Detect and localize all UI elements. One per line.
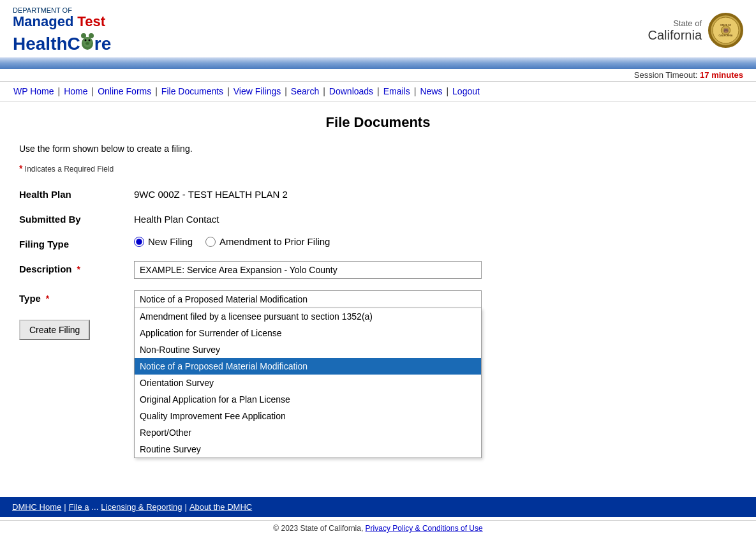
blue-bar xyxy=(0,57,756,69)
svg-point-5 xyxy=(88,40,90,41)
new-filing-radio[interactable] xyxy=(134,237,144,247)
create-filing-button[interactable]: Create Filing xyxy=(19,320,90,340)
description-req-star: * xyxy=(75,264,80,274)
dropdown-item-3[interactable]: Notice of a Proposed Material Modificati… xyxy=(135,358,481,375)
footer-about[interactable]: About the DMHC xyxy=(187,502,255,512)
logo-health: Health xyxy=(13,34,68,54)
submitted-by-row: Submitted By Health Plan Contact xyxy=(19,211,737,225)
new-filing-option[interactable]: New Filing xyxy=(134,236,193,247)
nav-downloads[interactable]: Downloads xyxy=(325,85,377,98)
dropdown-item-4[interactable]: Orientation Survey xyxy=(135,375,481,391)
state-seal: STATE OF CALIFORNIA 🐻 xyxy=(708,13,743,48)
dropdown-item-5[interactable]: Original Application for a Plan License xyxy=(135,391,481,408)
health-plan-label: Health Plan xyxy=(19,186,134,200)
nav-logout[interactable]: Logout xyxy=(448,85,484,98)
nav-home[interactable]: Home xyxy=(60,85,91,98)
amendment-label: Amendment to Prior Filing xyxy=(219,236,330,247)
footer: DMHC Home | File a ... Licensing & Repor… xyxy=(0,497,756,517)
svg-text:🐻: 🐻 xyxy=(723,28,729,33)
footer-file-a[interactable]: File a xyxy=(66,502,92,512)
description-row: Description * xyxy=(19,261,737,279)
session-label: Session Timeout: xyxy=(634,70,698,80)
type-label: Type * xyxy=(19,290,134,304)
california-label: California xyxy=(648,28,702,43)
nav-file-documents[interactable]: File Documents xyxy=(158,85,227,98)
type-select[interactable]: Amendment filed by a licensee pursuant t… xyxy=(134,290,482,308)
description-input[interactable] xyxy=(134,261,482,279)
state-label: State of xyxy=(648,19,702,28)
filing-type-options: New Filing Amendment to Prior Filing xyxy=(134,236,330,247)
svg-point-4 xyxy=(84,40,86,41)
svg-point-1 xyxy=(81,33,86,38)
page-title: File Documents xyxy=(19,114,737,131)
dropdown-item-6[interactable]: Quality Improvement Fee Application xyxy=(135,408,481,424)
new-filing-label: New Filing xyxy=(148,236,193,247)
nav-search[interactable]: Search xyxy=(287,85,323,98)
type-req-star: * xyxy=(43,294,49,304)
dropdown-item-7[interactable]: Report/Other xyxy=(135,424,481,441)
logo-test: Test xyxy=(77,14,105,29)
required-note: * Indicates a Required Field xyxy=(19,163,737,174)
required-star: * xyxy=(19,163,22,174)
logo-text: DEPARTMENT OF Managed Test Health C xyxy=(13,6,111,54)
footer-licensing[interactable]: Licensing & Reporting xyxy=(98,502,184,512)
logo-managed: Managed xyxy=(13,14,73,29)
filing-type-row: Filing Type New Filing Amendment to Prio… xyxy=(19,236,737,249)
session-bar: Session Timeout: 17 minutes xyxy=(0,69,756,81)
logo-area: DEPARTMENT OF Managed Test Health C xyxy=(13,6,111,54)
type-select-container: Amendment filed by a licensee pursuant t… xyxy=(134,290,482,308)
form-instruction: Use the form shown below to create a fil… xyxy=(19,144,737,154)
state-area: State of California STATE OF CALIFORNIA … xyxy=(648,13,743,48)
health-plan-value: 9WC 000Z - TEST HEALTH PLAN 2 xyxy=(134,186,288,200)
bear-icon xyxy=(80,29,94,50)
nav-bar: WP Home | Home | Online Forms | File Doc… xyxy=(0,81,756,101)
svg-point-2 xyxy=(89,33,94,38)
privacy-link[interactable]: Privacy Policy & Conditions of Use xyxy=(366,524,483,533)
description-label: Description * xyxy=(19,261,134,274)
session-minutes: 17 minutes xyxy=(700,70,743,80)
nav-wp-home[interactable]: WP Home xyxy=(10,85,58,98)
dropdown-item-0[interactable]: Amendment filed by a licensee pursuant t… xyxy=(135,308,481,325)
health-plan-row: Health Plan 9WC 000Z - TEST HEALTH PLAN … xyxy=(19,186,737,200)
main-content: File Documents Use the form shown below … xyxy=(0,101,756,353)
footer-dmhc-home[interactable]: DMHC Home xyxy=(10,502,64,512)
footer-sep-1: ... xyxy=(91,502,98,512)
logo-re: re xyxy=(94,34,111,54)
nav-online-forms[interactable]: Online Forms xyxy=(94,85,155,98)
copyright-bar: © 2023 State of California, Privacy Poli… xyxy=(0,520,756,536)
dropdown-item-2[interactable]: Non-Routine Survey xyxy=(135,341,481,358)
filing-type-label: Filing Type xyxy=(19,236,134,249)
svg-point-6 xyxy=(85,42,89,45)
submitted-by-value: Health Plan Contact xyxy=(134,211,219,225)
amendment-radio[interactable] xyxy=(205,237,216,247)
nav-news[interactable]: News xyxy=(416,85,446,98)
type-row: Type * Amendment filed by a licensee pur… xyxy=(19,290,737,308)
copyright-text: © 2023 State of California, xyxy=(273,524,363,533)
header: DEPARTMENT OF Managed Test Health C xyxy=(0,0,756,57)
dropdown-open: Amendment filed by a licensee pursuant t… xyxy=(134,308,482,458)
dropdown-item-8[interactable]: Routine Survey xyxy=(135,441,481,458)
nav-emails[interactable]: Emails xyxy=(380,85,414,98)
submitted-by-label: Submitted By xyxy=(19,211,134,225)
dropdown-item-1[interactable]: Application for Surrender of License xyxy=(135,325,481,341)
nav-view-filings[interactable]: View Filings xyxy=(230,85,285,98)
amendment-option[interactable]: Amendment to Prior Filing xyxy=(205,236,330,247)
